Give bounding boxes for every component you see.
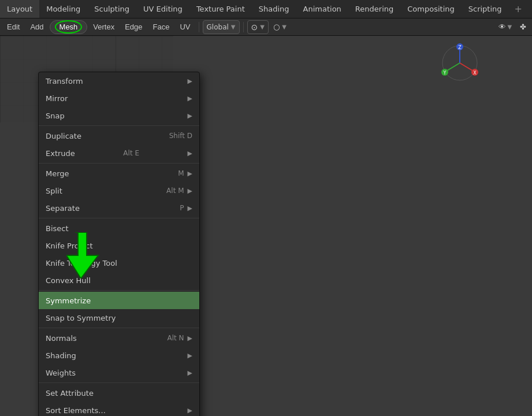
set-attribute-label: Set Attribute [46,389,94,398]
merge-arrow: ▶ [188,170,192,177]
viewport-3d[interactable]: Transform ▶ Mirror ▶ Snap ▶ Duplicate Sh… [0,36,532,416]
snap-symmetry-label: Snap to Symmetry [46,314,116,322]
divider-5 [39,328,199,328]
toolbar-edit[interactable]: Edit [2,20,24,34]
extrude-arrow: ▶ [188,150,192,157]
menu-scripting[interactable]: Scripting [462,0,509,18]
gizmo-icon: ✤ [520,23,526,31]
menu-rendering[interactable]: Rendering [348,0,400,18]
toolbar-uv[interactable]: UV [175,20,195,34]
menu-convex-hull[interactable]: Convex Hull [39,272,199,289]
divider-1 [39,125,199,126]
toolbar-add[interactable]: Add [25,20,48,34]
divider-3 [39,218,199,218]
split-arrow: ▶ [188,187,192,195]
proportional-arrow: ▼ [282,24,287,30]
menu-set-attribute[interactable]: Set Attribute [39,384,199,402]
mirror-label: Mirror [46,94,68,103]
divider-4 [39,290,199,291]
toolbar-row: Edit Add Mesh Vertex Edge Face UV Global… [0,18,532,36]
menu-add-workspace[interactable]: + [509,0,528,18]
menu-shading[interactable]: Shading ▶ [39,347,199,364]
menu-split[interactable]: Split Alt M ▶ [39,182,199,199]
svg-text:Z: Z [458,45,462,50]
toolbar-sep-2 [243,22,244,32]
proportional-icon: ○ [273,23,280,31]
axis-widget[interactable]: Z X Y [440,43,480,83]
normals-label: Normals [46,334,77,343]
menu-extrude[interactable]: Extrude Alt E ▶ [39,144,199,162]
separate-arrow: ▶ [188,205,192,212]
normals-shortcut: Alt N [167,334,184,342]
menu-bisect[interactable]: Bisect [39,220,199,237]
snap-arrow-menu: ▶ [188,112,192,120]
toolbar-sep-1 [199,22,199,32]
global-label: Global [207,23,229,31]
menu-snap[interactable]: Snap ▶ [39,107,199,124]
merge-shortcut: M [178,169,184,177]
menu-knife-topology[interactable]: Knife Topology Tool [39,254,199,272]
weights-arrow: ▶ [188,369,192,377]
menu-duplicate[interactable]: Duplicate Shift D [39,127,199,144]
menu-sort-elements[interactable]: Sort Elements... ▶ [39,402,199,416]
snap-arrow: ▼ [260,24,265,30]
extrude-label: Extrude [46,149,75,158]
mesh-dropdown-menu: Transform ▶ Mirror ▶ Snap ▶ Duplicate Sh… [38,72,200,416]
knife-topology-label: Knife Topology Tool [46,259,117,268]
menu-uv-editing[interactable]: UV Editing [136,0,189,18]
extrude-shortcut: Alt E [123,149,139,157]
menu-mirror[interactable]: Mirror ▶ [39,90,199,107]
proportional-control[interactable]: ○ ▼ [270,20,290,34]
overlay-arrow: ▼ [507,24,512,30]
menu-animation[interactable]: Animation [296,0,348,18]
top-menubar: Layout Modeling Sculpting UV Editing Tex… [0,0,532,18]
bisect-label: Bisect [46,224,69,233]
symmetrize-label: Symmetrize [46,296,91,305]
shading-label: Shading [46,351,76,360]
transform-arrow: ▶ [188,77,192,85]
transform-label: Transform [46,77,83,86]
main-area: Transform ▶ Mirror ▶ Snap ▶ Duplicate Sh… [0,36,532,416]
menu-compositing[interactable]: Compositing [400,0,462,18]
svg-text:Y: Y [443,70,447,76]
separate-label: Separate [46,204,80,213]
shading-arrow: ▶ [188,352,192,359]
global-dropdown[interactable]: Global ▼ [203,20,240,34]
snap-icon: ⊙ [251,23,258,32]
menu-texture-paint[interactable]: Texture Paint [189,0,252,18]
menu-symmetrize[interactable]: Symmetrize [39,292,199,309]
sort-elements-arrow: ▶ [188,407,192,414]
menu-normals[interactable]: Normals Alt N ▶ [39,329,199,347]
menu-knife-project[interactable]: Knife Project [39,237,199,254]
toolbar-vertex[interactable]: Vertex [88,20,119,34]
menu-weights[interactable]: Weights ▶ [39,364,199,381]
gizmo-btn[interactable]: ✤ [516,20,530,34]
knife-project-label: Knife Project [46,242,93,250]
menu-sculpting[interactable]: Sculpting [87,0,136,18]
svg-text:X: X [473,70,477,76]
menu-merge[interactable]: Merge M ▶ [39,165,199,182]
divider-2 [39,163,199,164]
sort-elements-label: Sort Elements... [46,406,106,415]
separate-shortcut: P [180,204,184,212]
toolbar-edge[interactable]: Edge [120,20,147,34]
menu-snap-to-symmetry[interactable]: Snap to Symmetry [39,309,199,326]
split-shortcut: Alt M [166,187,184,195]
duplicate-shortcut: Shift D [169,132,192,140]
toolbar-mesh[interactable]: Mesh [50,20,88,34]
menu-transform[interactable]: Transform ▶ [39,72,199,90]
split-label: Split [46,187,62,195]
normals-arrow: ▶ [188,335,192,342]
overlay-icon: 👁 [498,23,506,31]
menu-shading[interactable]: Shading [252,0,296,18]
menu-modeling[interactable]: Modeling [39,0,87,18]
mesh-circle-highlight: Mesh [55,20,83,34]
viewport-overlay-btn[interactable]: 👁 ▼ [495,20,515,34]
menu-layout[interactable]: Layout [0,0,39,18]
weights-label: Weights [46,369,76,377]
toolbar-face[interactable]: Face [148,20,174,34]
merge-label: Merge [46,169,69,178]
snap-controls[interactable]: ⊙ ▼ [247,20,269,34]
menu-separate[interactable]: Separate P ▶ [39,199,199,217]
duplicate-label: Duplicate [46,132,81,140]
